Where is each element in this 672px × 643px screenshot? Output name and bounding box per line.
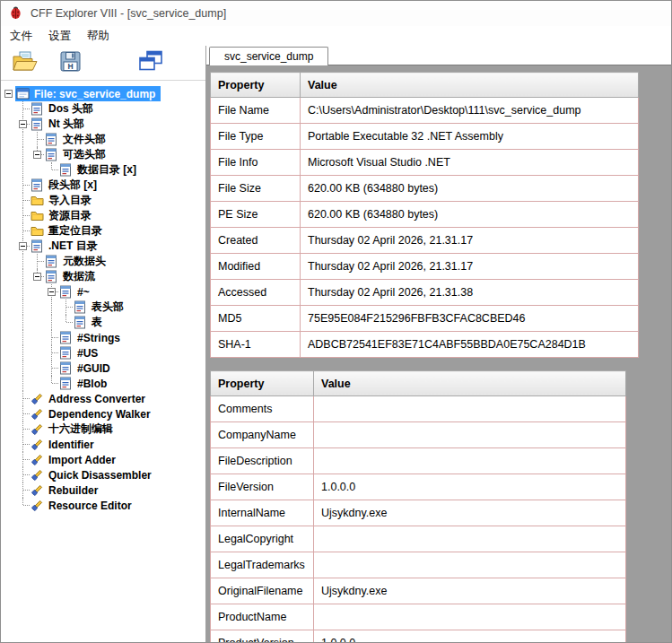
grid-row-originalfilename[interactable]: OriginalFilenameUjsykdny.exe xyxy=(211,578,626,604)
tree-item-optional-header[interactable]: 可选头部 xyxy=(1,147,205,162)
tree-item-import-adder[interactable]: Import Adder xyxy=(1,452,205,467)
tree-guide xyxy=(15,467,30,482)
menu-settings[interactable]: 设置 xyxy=(40,27,79,46)
grid-row-sha-1[interactable]: SHA-1ADBCB72541EF83E71C4ABF55BBDA0E75CA2… xyxy=(211,332,639,358)
grid-row-md5[interactable]: MD575E95E084F215296FBFB3CFAC8CBED46 xyxy=(211,306,639,332)
tree-guide xyxy=(1,162,15,178)
tree-expander-minus[interactable] xyxy=(19,120,27,128)
grid-row-created[interactable]: CreatedThursday 02 April 2026, 21.31.17 xyxy=(211,228,639,254)
tree-expander-minus[interactable] xyxy=(48,288,56,296)
tree-item-stream-us[interactable]: #US xyxy=(1,345,205,361)
tree-guide xyxy=(15,330,30,345)
titlebar: CFF Explorer VIII - [svc_service_dump] xyxy=(1,1,671,26)
switch-windows-button[interactable] xyxy=(135,48,166,77)
tree-guide xyxy=(15,406,30,421)
grid-row-comments[interactable]: Comments xyxy=(211,396,626,422)
grid-row-legalcopyright[interactable]: LegalCopyright xyxy=(211,526,626,552)
grid-row-file-name[interactable]: File NameC:\Users\Administrator\Desktop\… xyxy=(211,98,639,124)
tree-item-net-directory[interactable]: .NET 目录 xyxy=(1,239,205,254)
tree-item-identifier[interactable]: Identifier xyxy=(1,437,205,452)
value-cell xyxy=(314,396,626,422)
tree-item-relocation-directory[interactable]: 重定位目录 xyxy=(1,223,205,239)
tree-expander-minus[interactable] xyxy=(4,90,13,98)
tree-item-import-directory[interactable]: 导入目录 xyxy=(1,193,205,208)
grid-header-row: PropertyValue xyxy=(211,73,639,98)
grid-row-file-size[interactable]: File Size620.00 KB (634880 bytes) xyxy=(211,176,639,202)
tree-item-stream-blob[interactable]: #Blob xyxy=(1,376,205,391)
grid-row-file-info[interactable]: File InfoMicrosoft Visual Studio .NET xyxy=(211,150,639,176)
tree-item-section-headers[interactable]: 段头部 [x] xyxy=(1,178,205,193)
tree-guide xyxy=(15,498,30,513)
tree-item-streams[interactable]: 数据流 xyxy=(1,269,205,284)
tree-item-address-converter[interactable]: Address Converter xyxy=(1,391,205,406)
grid-row-file-type[interactable]: File TypePortable Executable 32 .NET Ass… xyxy=(211,124,639,150)
tree-item-stream-guid[interactable]: #GUID xyxy=(1,361,205,376)
tree-guide xyxy=(15,117,30,132)
tab-svc-service-dump[interactable]: svc_service_dump xyxy=(209,47,328,65)
tree-item-hex-editor[interactable]: 十六进制编辑 xyxy=(1,421,205,437)
tree-item-content: #~ xyxy=(58,284,95,300)
tree-item-resource-editor[interactable]: Resource Editor xyxy=(1,498,205,513)
tree-item-content: 十六进制编辑 xyxy=(30,421,118,437)
grid-row-pe-size[interactable]: PE Size620.00 KB (634880 bytes) xyxy=(211,202,639,228)
tree-item-content: Nt 头部 xyxy=(30,117,90,132)
grid-row-companyname[interactable]: CompanyName xyxy=(211,422,626,448)
window-title: CFF Explorer VIII - [svc_service_dump] xyxy=(31,7,226,20)
tree-expander-minus[interactable] xyxy=(33,151,41,159)
tree-item-stream-strings[interactable]: #Strings xyxy=(1,330,205,345)
toolbar: H xyxy=(1,46,205,81)
menu-file[interactable]: 文件 xyxy=(2,27,40,46)
tree-item-tables[interactable]: 表 xyxy=(1,315,205,330)
tree-expander-minus[interactable] xyxy=(33,273,41,281)
value-cell: C:\Users\Administrator\Desktop\111\svc_s… xyxy=(301,98,639,124)
grid-row-legaltrademarks[interactable]: LegalTrademarks xyxy=(211,552,626,578)
value-cell: 75E95E084F215296FBFB3CFAC8CBED46 xyxy=(301,306,639,332)
tree-item-tables-header[interactable]: 表头部 xyxy=(1,300,205,315)
tree-item-metadata-header[interactable]: 元数据头 xyxy=(1,254,205,269)
tree-item-data-directories[interactable]: 数据目录 [x] xyxy=(1,162,205,178)
value-cell: Thursday 02 April 2026, 21.31.17 xyxy=(301,228,639,254)
open-file-button[interactable] xyxy=(10,48,40,77)
save-file-button[interactable]: H xyxy=(55,48,85,77)
grid-row-productversion[interactable]: ProductVersion1.0.0.0 xyxy=(211,630,626,643)
menu-help[interactable]: 帮助 xyxy=(79,27,118,46)
tree-item-content: 数据目录 [x] xyxy=(58,162,142,178)
tree-item-label: Identifier xyxy=(47,438,96,452)
tree-item-rebuilder[interactable]: Rebuilder xyxy=(1,482,205,498)
tree-guide xyxy=(1,208,15,223)
tree-item-dependency-walker[interactable]: Dependency Walker xyxy=(1,406,205,421)
grid-row-productname[interactable]: ProductName xyxy=(211,604,626,630)
tree-item-label: #Strings xyxy=(75,331,122,345)
app-window: CFF Explorer VIII - [svc_service_dump] 文… xyxy=(0,0,672,643)
header-icon xyxy=(58,163,73,178)
tree-item-quick-disassembler[interactable]: Quick Disassembler xyxy=(1,467,205,482)
tree-guide xyxy=(30,269,44,284)
tree-item-dos-header[interactable]: Dos 头部 xyxy=(1,101,205,117)
tree-item-content: .NET 目录 xyxy=(30,239,103,254)
tree-item-content: 数据流 xyxy=(44,269,100,284)
grid-row-fileversion[interactable]: FileVersion1.0.0.0 xyxy=(211,474,626,500)
grid-row-filedescription[interactable]: FileDescription xyxy=(211,448,626,474)
grid-row-modified[interactable]: ModifiedThursday 02 April 2026, 21.31.17 xyxy=(211,254,639,280)
tree-guide xyxy=(44,162,58,178)
tree-item-label: Rebuilder xyxy=(47,483,100,498)
property-cell: SHA-1 xyxy=(211,332,301,358)
tree-item-nt-headers[interactable]: Nt 头部 xyxy=(1,117,205,132)
tree-item-label: #US xyxy=(75,346,100,361)
tree-item-content: Quick Disassembler xyxy=(30,467,157,482)
tree-item-stream-tilde[interactable]: #~ xyxy=(1,284,205,300)
tree-item-resource-directory[interactable]: 资源目录 xyxy=(1,208,205,223)
tree-guide xyxy=(15,178,30,193)
property-cell: FileVersion xyxy=(211,474,314,500)
save-icon: H xyxy=(58,49,83,77)
folder-icon xyxy=(30,224,44,239)
tree-item-file-header[interactable]: 文件头部 xyxy=(1,132,205,147)
tree-item-content: Address Converter xyxy=(30,391,151,406)
tree-item-content: 资源目录 xyxy=(30,208,97,223)
tree-expander-minus[interactable] xyxy=(19,242,27,250)
tree-guide xyxy=(15,361,30,376)
tree-guide xyxy=(1,345,15,361)
tree-item-file-root[interactable]: File: svc_service_dump xyxy=(1,86,205,101)
grid-row-accessed[interactable]: AccessedThursday 02 April 2026, 21.31.38 xyxy=(211,280,639,306)
grid-row-internalname[interactable]: InternalNameUjsykdny.exe xyxy=(211,500,626,526)
